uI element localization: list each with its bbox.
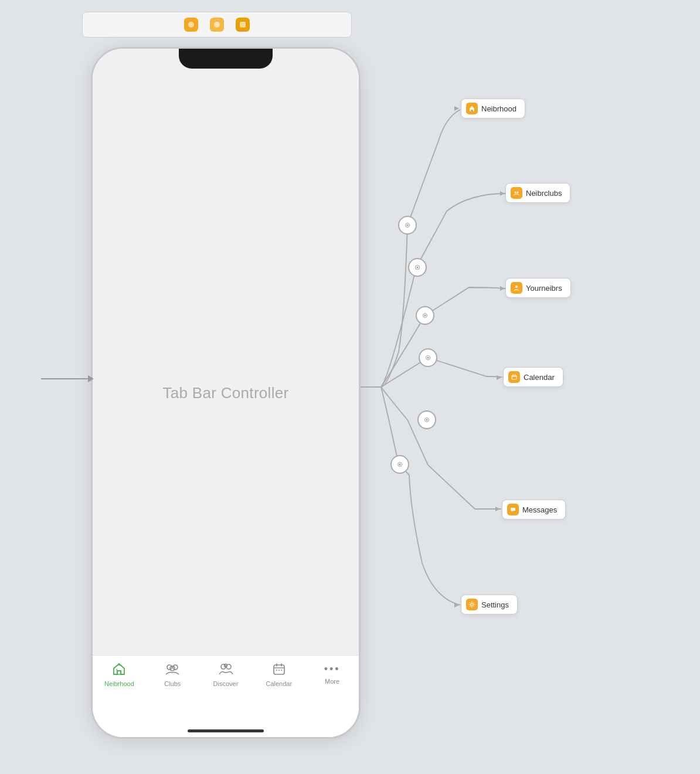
messages-dest-label: Messages xyxy=(522,505,557,514)
svg-marker-16 xyxy=(500,286,505,291)
svg-point-22 xyxy=(515,192,516,193)
svg-point-1 xyxy=(214,22,220,28)
svg-rect-2 xyxy=(240,22,246,28)
tab-neibrhood[interactable]: Neibrhood xyxy=(96,663,142,687)
neibrclubs-dest-icon xyxy=(511,187,522,199)
screen-label: Tab Bar Controller xyxy=(163,384,289,402)
dest-messages[interactable]: Messages xyxy=(502,500,566,520)
svg-marker-19 xyxy=(454,603,459,607)
tab-clubs-label: Clubs xyxy=(164,680,181,687)
svg-point-23 xyxy=(517,192,519,193)
svg-point-6 xyxy=(170,666,175,671)
settings-dest-icon xyxy=(466,599,478,610)
branch-node-5 xyxy=(417,410,436,429)
svg-marker-18 xyxy=(495,507,500,511)
branch-node-dot-3 xyxy=(423,313,427,318)
tab-bar: Neibrhood Clubs xyxy=(93,655,359,737)
toolbar-icon-2[interactable] xyxy=(210,18,224,32)
tab-calendar[interactable]: Calendar xyxy=(256,663,303,687)
svg-marker-15 xyxy=(500,191,505,196)
tab-more[interactable]: ••• More xyxy=(309,663,356,685)
branch-node-dot-2 xyxy=(415,265,420,270)
branch-node-6 xyxy=(390,455,409,474)
xcode-toolbar xyxy=(82,12,352,38)
dest-yourneibrs[interactable]: Yourneibrs xyxy=(505,278,571,298)
branch-node-3 xyxy=(416,306,434,325)
calendar-dest-label: Calendar xyxy=(524,373,555,382)
phone-screen: Tab Bar Controller xyxy=(93,49,359,737)
discover-icon xyxy=(218,663,233,678)
calendar-icon xyxy=(273,663,286,678)
tab-more-label: More xyxy=(325,678,339,685)
tab-neibrhood-label: Neibrhood xyxy=(104,680,134,687)
svg-point-11 xyxy=(276,670,277,671)
branch-node-dot-1 xyxy=(405,223,410,228)
clubs-icon xyxy=(165,663,180,678)
dest-neibrclubs[interactable]: Neibrclubs xyxy=(505,183,570,203)
yourneibrs-dest-icon xyxy=(511,282,522,294)
svg-point-0 xyxy=(188,22,194,28)
branch-node-dot-5 xyxy=(424,417,429,422)
messages-dest-icon xyxy=(507,504,519,515)
neibrclubs-dest-label: Neibrclubs xyxy=(526,189,562,198)
dest-calendar[interactable]: Calendar xyxy=(503,367,563,387)
svg-point-12 xyxy=(278,670,280,671)
toolbar-icon-3[interactable] xyxy=(236,18,250,32)
dest-neibrhood[interactable]: Neibrhood xyxy=(461,99,525,118)
svg-point-25 xyxy=(515,286,518,288)
tab-discover[interactable]: Discover xyxy=(202,663,249,687)
entry-arrow-head xyxy=(88,375,94,382)
entry-arrow xyxy=(41,375,94,382)
phone-notch xyxy=(179,49,273,69)
settings-dest-label: Settings xyxy=(481,600,509,609)
tab-calendar-label: Calendar xyxy=(266,680,292,687)
svg-marker-14 xyxy=(454,106,459,111)
toolbar-icon-1[interactable] xyxy=(184,18,198,32)
branch-node-dot-4 xyxy=(426,355,430,360)
entry-arrow-line xyxy=(41,378,88,379)
svg-point-13 xyxy=(281,670,282,671)
calendar-dest-icon xyxy=(508,371,520,383)
svg-point-21 xyxy=(513,189,520,196)
neibrhood-dest-icon xyxy=(466,103,478,114)
branch-node-1 xyxy=(398,216,417,235)
svg-marker-17 xyxy=(497,375,501,380)
yourneibrs-dest-label: Yourneibrs xyxy=(526,284,562,293)
neibrhood-icon xyxy=(112,663,126,678)
tab-discover-label: Discover xyxy=(213,680,239,687)
branch-node-2 xyxy=(408,258,427,277)
branch-node-4 xyxy=(419,348,437,367)
svg-point-3 xyxy=(116,669,117,670)
phone-frame: Tab Bar Controller Neibrhood xyxy=(91,47,361,739)
more-icon: ••• xyxy=(324,663,341,675)
neibrhood-dest-label: Neibrhood xyxy=(481,104,516,113)
home-indicator xyxy=(188,729,264,732)
svg-point-5 xyxy=(173,665,178,670)
svg-point-4 xyxy=(167,665,172,670)
tab-clubs[interactable]: Clubs xyxy=(149,663,196,687)
dest-settings[interactable]: Settings xyxy=(461,595,518,615)
branch-node-dot-6 xyxy=(397,462,402,467)
